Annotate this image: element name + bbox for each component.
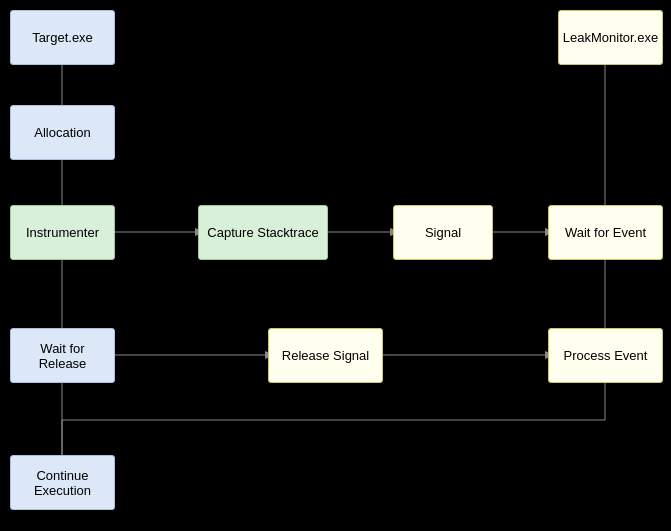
continue-execution: Continue Execution [10,455,115,510]
release-signal: Release Signal [268,328,383,383]
wait-for-event-label: Wait for Event [565,225,646,240]
process-event: Process Event [548,328,663,383]
wait-for-release: Wait for Release [10,328,115,383]
release-signal-label: Release Signal [282,348,369,363]
leakmonitor-exe: LeakMonitor.exe [558,10,663,65]
signal: Signal [393,205,493,260]
diagram-container: Target.exeLeakMonitor.exeAllocationInstr… [0,0,671,531]
leakmonitor-exe-label: LeakMonitor.exe [563,30,658,45]
instrumenter-label: Instrumenter [26,225,99,240]
target-exe: Target.exe [10,10,115,65]
capture-stacktrace-label: Capture Stacktrace [207,225,318,240]
instrumenter: Instrumenter [10,205,115,260]
wait-for-event: Wait for Event [548,205,663,260]
target-exe-label: Target.exe [32,30,93,45]
arrows-svg [0,0,671,531]
signal-label: Signal [425,225,461,240]
process-event-label: Process Event [564,348,648,363]
allocation-label: Allocation [34,125,90,140]
wait-for-release-label: Wait for Release [15,341,110,371]
capture-stacktrace: Capture Stacktrace [198,205,328,260]
allocation: Allocation [10,105,115,160]
continue-execution-label: Continue Execution [15,468,110,498]
